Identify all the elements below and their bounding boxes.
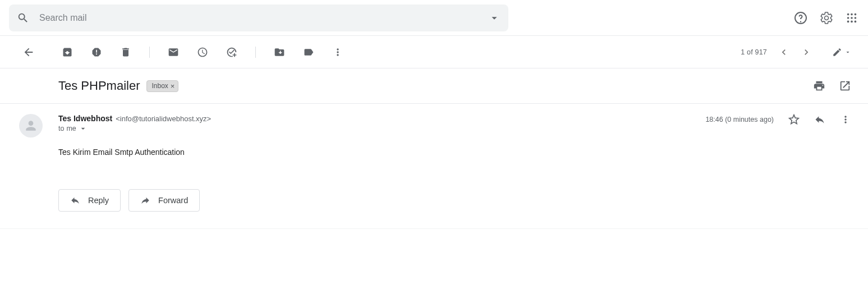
report-spam-icon[interactable] (91, 47, 102, 58)
search-options-dropdown-icon[interactable] (488, 12, 500, 24)
archive-icon[interactable] (62, 47, 73, 58)
toolbar-separator (255, 47, 256, 58)
label-chip-text: Inbox (151, 82, 168, 90)
reply-icon (70, 195, 80, 205)
svg-point-1 (851, 13, 853, 15)
svg-point-7 (851, 20, 853, 22)
next-page-icon[interactable] (801, 47, 812, 58)
support-icon[interactable] (794, 11, 807, 25)
header-actions (794, 11, 868, 25)
labels-icon[interactable] (303, 47, 314, 58)
subject-text: Tes PHPmailer (58, 79, 140, 93)
subject-row: Tes PHPmailer Inbox × (0, 68, 868, 104)
reply-button-label: Reply (88, 196, 109, 205)
message-container: Tes Idwebhost <info@tutorialidwebhost.xy… (0, 104, 868, 229)
svg-point-4 (851, 17, 853, 19)
show-details-dropdown-icon[interactable] (79, 124, 88, 133)
paginator: 1 of 917 (741, 47, 851, 58)
recipient-summary[interactable]: to me (58, 124, 705, 133)
forward-button[interactable]: Forward (128, 189, 200, 212)
delete-icon[interactable] (120, 47, 131, 58)
svg-point-3 (847, 17, 849, 19)
mark-unread-icon[interactable] (168, 47, 179, 58)
page-counter: 1 of 917 (741, 48, 767, 56)
settings-icon[interactable] (820, 11, 833, 25)
sender-address: <info@tutorialidwebhost.xyz> (116, 114, 211, 123)
message-body: Tes Kirim Email Smtp Authentication (58, 148, 851, 157)
search-input[interactable] (39, 13, 488, 23)
snooze-icon[interactable] (197, 47, 208, 58)
svg-point-8 (855, 20, 857, 22)
to-target: me (66, 125, 76, 132)
reply-button[interactable]: Reply (58, 189, 121, 212)
message-timestamp: 18:46 (0 minutes ago) (705, 116, 774, 123)
label-chip-remove-icon[interactable]: × (171, 82, 175, 90)
toolbar-separator (149, 47, 150, 58)
apps-grid-icon[interactable] (846, 12, 858, 24)
back-icon[interactable] (22, 46, 35, 58)
sender-avatar[interactable] (19, 114, 43, 138)
svg-point-5 (855, 17, 857, 19)
star-icon[interactable] (788, 114, 800, 125)
forward-icon (140, 195, 150, 205)
search-box[interactable] (9, 4, 508, 31)
search-icon[interactable] (17, 12, 29, 24)
svg-point-0 (847, 13, 849, 15)
sender-name: Tes Idwebhost (58, 114, 112, 123)
move-to-icon[interactable] (274, 47, 285, 58)
input-tools-button[interactable] (832, 47, 851, 57)
print-icon[interactable] (813, 80, 825, 92)
toolbar: 1 of 917 (0, 36, 868, 68)
top-bar (0, 0, 868, 36)
reply-icon[interactable] (814, 114, 825, 125)
svg-point-2 (855, 13, 857, 15)
add-to-tasks-icon[interactable] (226, 47, 237, 58)
open-new-window-icon[interactable] (839, 80, 851, 92)
to-prefix: to (58, 125, 64, 132)
more-vert-icon[interactable] (332, 47, 343, 58)
svg-point-6 (847, 20, 849, 22)
label-chip-inbox[interactable]: Inbox × (146, 80, 178, 92)
forward-button-label: Forward (158, 196, 188, 205)
prev-page-icon[interactable] (778, 47, 789, 58)
message-more-icon[interactable] (840, 114, 851, 125)
